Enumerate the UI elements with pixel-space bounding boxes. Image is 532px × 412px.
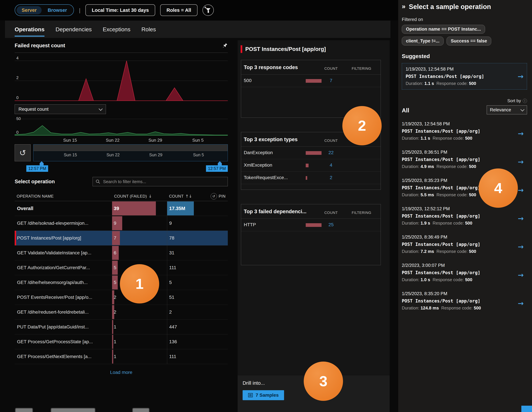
count-value: 111 (167, 354, 176, 359)
open-sample-arrow-icon[interactable]: → (518, 299, 524, 308)
operation-row[interactable]: GET Authorization/GetCurrentPar...5111 (15, 260, 228, 275)
sample-time: 1/19/2023, 12:54:58 PM (406, 66, 523, 72)
select-operation-label: Select operation (15, 179, 55, 185)
pin-button[interactable] (222, 42, 228, 49)
sort-select-value: Relevance (490, 107, 511, 112)
col-count-failed[interactable]: COUNT (FAILED)↓ (112, 194, 167, 199)
search-input[interactable] (103, 179, 225, 184)
sample-panel-title: Select a sample operation (409, 3, 491, 10)
failed-request-chart: 420 (15, 56, 228, 101)
operation-row[interactable]: GET /dihe/helseomsorg/api/auth...55 (15, 275, 228, 290)
operation-name: POST Instances/Post [app/org] (15, 235, 112, 241)
open-sample-arrow-icon[interactable]: → (518, 186, 524, 194)
operation-name: GET Authorization/GetCurrentPar... (15, 265, 112, 270)
server-browser-toggle[interactable]: Server Browser (15, 4, 74, 16)
suggested-sample-card[interactable]: 1/19/2023, 12:54:58 PM POST Instances/Po… (402, 63, 527, 90)
sample-item[interactable]: 1/25/2023, 8:36:51 PMPOST Instances/Post… (402, 148, 527, 176)
top3-row[interactable]: HTTP25 (241, 219, 381, 231)
operation-row[interactable]: GET Process/GetProcessState [ap...1136 (15, 334, 228, 349)
table-header-row: OPERATION NAME COUNT (FAILED)↓ COUNT↑↓ ↺… (15, 192, 228, 201)
samples-button[interactable]: 7 Samples (243, 390, 284, 400)
col-pin[interactable]: ↺PIN (209, 193, 228, 199)
operation-row[interactable]: POST EventsReceiver/Post [app/o...251 (15, 290, 228, 305)
open-sample-arrow-icon[interactable]: → (518, 158, 524, 166)
top3-count[interactable]: 4 (323, 162, 339, 168)
sample-operation-name: POST Instances/Post [app/org] (402, 242, 527, 247)
sample-item[interactable]: 1/19/2023, 12:54:58 PMPOST Instances/Pos… (402, 119, 527, 148)
sample-operation-name: POST Instances/Post [app/org] (402, 213, 527, 219)
toggle-server[interactable]: Server (17, 6, 42, 14)
failed-count-value: 2 (112, 309, 116, 315)
load-more-link[interactable]: Load more (15, 370, 228, 375)
filter-pill-3[interactable]: Success == false (446, 37, 491, 46)
sort-select[interactable]: Relevance (487, 105, 527, 114)
time-range-button[interactable]: Local Time: Last 30 days (86, 4, 155, 16)
sample-operation-name: POST Instances/Post [app/org] (402, 185, 527, 190)
open-sample-arrow-icon[interactable]: → (518, 271, 524, 279)
operation-row[interactable]: Overall3917.35M (15, 201, 228, 216)
tab-exceptions[interactable]: Exceptions (103, 21, 130, 38)
filter-pill-1[interactable]: Operation name == POST Instanc... (402, 25, 485, 34)
open-sample-arrow-icon[interactable]: → (518, 243, 524, 251)
sample-meta: Duration: 5.5 ms Response code: 500 (402, 192, 527, 197)
top3-count[interactable]: 22 (323, 150, 339, 155)
tab-roles[interactable]: Roles (141, 21, 156, 38)
top3-box-1: Top 3 response codesCOUNTFILTERING5007 (241, 60, 381, 118)
search-box[interactable] (93, 177, 228, 186)
count-value: 111 (167, 265, 176, 270)
cut-off-corner-button[interactable] (521, 406, 532, 412)
top3-row[interactable]: DanException22 (241, 147, 381, 159)
sample-meta: Duration: 1.1 s Response code: 500 (406, 81, 523, 86)
count-header: COUNT (323, 139, 339, 143)
top3-count[interactable]: 7 (323, 78, 339, 83)
failed-count-value: 5 (112, 265, 116, 270)
open-sample-arrow-icon[interactable]: → (518, 215, 524, 223)
filtered-on-label: Filtered on (402, 17, 527, 22)
open-sample-arrow-icon[interactable]: → (518, 72, 523, 80)
top3-row[interactable]: XmlException4 (241, 159, 381, 172)
operation-row[interactable]: GET Validate/ValidateInstance [ap...631 (15, 245, 228, 260)
y-tick: 2 (16, 75, 19, 80)
drill-into-section: Drill into... 7 Samples (238, 375, 390, 412)
tab-dependencies[interactable]: Dependencies (56, 21, 92, 38)
open-sample-arrow-icon[interactable]: → (518, 130, 524, 138)
top3-bar (306, 164, 309, 167)
sample-item[interactable]: 1/25/2023, 8:35:23 PMPOST Instances/Post… (402, 176, 527, 204)
box-title: Top 3 failed dependenci... (244, 209, 306, 215)
sample-operation-name: POST Instances/Post [app/org] (402, 129, 527, 134)
metric-dropdown[interactable]: Request count (15, 104, 106, 114)
sample-item[interactable]: 1/25/2023, 8:35:20 PMPOST Instances/Post… (402, 289, 527, 318)
count-value: 31 (167, 250, 174, 255)
add-filter-button[interactable]: + (202, 4, 214, 16)
col-operation-name[interactable]: OPERATION NAME (15, 194, 112, 199)
operation-row[interactable]: PUT Data/Put [app/dataGuid/inst...1447 (15, 320, 228, 334)
top3-row[interactable]: 5007 (241, 75, 381, 87)
top3-count[interactable]: 25 (323, 222, 339, 227)
count-value: 2 (167, 309, 172, 315)
failed-count-value: 1 (112, 339, 116, 344)
tab-bar: OperationsDependenciesExceptionsRoles (5, 21, 390, 38)
sample-item[interactable]: 1/19/2023, 12:52:12 PMPOST Instances/Pos… (402, 204, 527, 233)
count-value: 447 (167, 324, 177, 330)
top3-box-2: Top 3 exception typesCOUNTFILTERINGDanEx… (241, 132, 381, 190)
sample-meta: Duration: 124.8 ms Response code: 500 (402, 305, 527, 311)
collapse-panel-icon[interactable]: » (402, 3, 405, 10)
top3-name: DanException (244, 150, 273, 155)
top3-count[interactable]: 2 (323, 175, 339, 180)
topbar: Server Browser | Local Time: Last 30 day… (0, 0, 398, 20)
tab-operations[interactable]: Operations (15, 21, 45, 38)
operation-row[interactable]: POST Instances/Post [app/org]778 (15, 231, 228, 245)
toggle-browser[interactable]: Browser (43, 6, 72, 14)
roles-filter-button[interactable]: Roles = All (160, 4, 198, 16)
col-count[interactable]: COUNT↑↓ (167, 194, 209, 199)
brush-rail[interactable]: Sun 15Sun 22Sun 29Sun 5 (33, 144, 228, 161)
reset-zoom-button[interactable]: ↺ (15, 144, 31, 161)
top3-row[interactable]: TokenRequestExce...2 (241, 172, 381, 184)
operation-row[interactable]: GET /dihe/soknad-elevpermisjon...99 (15, 216, 228, 231)
operation-row[interactable]: GET Process/GetNextElements [a...1111 (15, 349, 228, 364)
operation-row[interactable]: GET /dihe/redusert-foreldrebetali...22 (15, 305, 228, 320)
sample-item[interactable]: 2/2/2023, 3:00:07 PMPOST Instances/Post … (402, 261, 527, 289)
count-value: 5 (167, 280, 172, 285)
filter-pill-2[interactable]: client_Type !=... (402, 37, 444, 46)
sample-item[interactable]: 1/25/2023, 8:36:49 PMPOST Instances/Post… (402, 233, 527, 261)
